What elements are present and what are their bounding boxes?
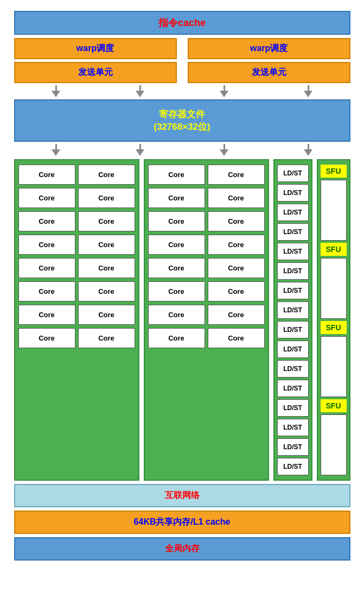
core-row: Core Core	[18, 328, 135, 348]
sfu-block-3: SFU	[321, 321, 347, 399]
core-cell: Core	[148, 281, 205, 301]
cores-area: Core Core Core Core Core Core Core Core …	[14, 159, 350, 481]
arrow3	[220, 85, 228, 97]
ldst-cell: LD/ST	[277, 165, 309, 182]
core-row: Core Core	[18, 281, 135, 301]
ldst-cell: LD/ST	[277, 458, 309, 475]
core-cell: Core	[78, 258, 135, 278]
core-row: Core Core	[18, 258, 135, 278]
core-row: Core Core	[148, 305, 265, 325]
shared-mem-bar: 64KB共享内存/L1 cache	[14, 511, 350, 534]
dispatch-row: 发送单元 发送单元	[14, 62, 350, 83]
core-group-1: Core Core Core Core Core Core Core Core …	[14, 159, 139, 481]
ldst-cell: LD/ST	[277, 282, 309, 299]
ldst-cell: LD/ST	[277, 301, 309, 319]
ldst-cell: LD/ST	[277, 321, 309, 338]
core-cell: Core	[18, 328, 75, 348]
core-cell: Core	[78, 328, 135, 348]
ldst-cell: LD/ST	[277, 184, 309, 202]
instr-cache-bar: 指令cache	[14, 11, 350, 35]
core-arrow2	[136, 144, 144, 156]
register-file-line1: 寄存器文件	[15, 108, 349, 121]
dispatch-right: 发送单元	[188, 62, 350, 83]
core-cell: Core	[18, 258, 75, 278]
core-cell: Core	[148, 328, 205, 348]
core-arrow4	[304, 144, 312, 156]
core-row: Core Core	[148, 281, 265, 301]
core-row: Core Core	[148, 235, 265, 255]
ldst-cell: LD/ST	[277, 262, 309, 280]
core-cell: Core	[208, 328, 265, 348]
core-cell: Core	[148, 211, 205, 231]
core-cell: Core	[148, 165, 205, 185]
core-row: Core Core	[148, 258, 265, 278]
core-cell: Core	[78, 165, 135, 185]
arrow2	[136, 85, 144, 97]
core-cell: Core	[148, 305, 205, 325]
core-cell: Core	[18, 165, 75, 185]
register-file-bar: 寄存器文件 (32768×32位)	[14, 99, 350, 142]
diagram-container: 指令cache warp调度 warp调度 发送单元 发送单元 寄存器文件 (3…	[14, 11, 350, 561]
core-cell: Core	[208, 258, 265, 278]
core-cell: Core	[78, 211, 135, 231]
core-cell: Core	[208, 305, 265, 325]
global-mem-bar: 全局内存	[14, 537, 350, 561]
core-cell: Core	[78, 235, 135, 255]
core-row: Core Core	[148, 211, 265, 231]
ldst-cell: LD/ST	[277, 360, 309, 377]
core-cell: Core	[148, 188, 205, 208]
core-cell: Core	[208, 235, 265, 255]
sfu-cell-1	[321, 180, 347, 241]
core-cell: Core	[208, 211, 265, 231]
sfu-label-4: SFU	[321, 399, 347, 412]
dispatch-left: 发送单元	[14, 62, 177, 83]
ldst-cell: LD/ST	[277, 438, 309, 456]
arrow4	[304, 85, 312, 97]
core-row: Core Core	[18, 305, 135, 325]
sfu-label-1: SFU	[321, 165, 347, 178]
ldst-group: LD/ST LD/ST LD/ST LD/ST LD/ST LD/ST LD/S…	[273, 159, 312, 481]
sfu-cell-3	[321, 336, 347, 397]
core-arrow3	[220, 144, 228, 156]
ldst-cell: LD/ST	[277, 341, 309, 358]
core-row: Core Core	[148, 328, 265, 348]
ldst-cell: LD/ST	[277, 419, 309, 436]
sfu-cell-4	[321, 414, 347, 475]
sfu-label-2: SFU	[321, 243, 347, 256]
sfu-cell-2	[321, 258, 347, 319]
ldst-cell: LD/ST	[277, 243, 309, 260]
core-cell: Core	[78, 281, 135, 301]
core-row: Core Core	[18, 188, 135, 208]
core-cell: Core	[208, 281, 265, 301]
ldst-cell: LD/ST	[277, 399, 309, 417]
register-file-line2: (32768×32位)	[15, 121, 349, 133]
core-row: Core Core	[148, 165, 265, 185]
arrows-to-cores	[14, 142, 350, 158]
core-row: Core Core	[18, 235, 135, 255]
core-cell: Core	[148, 258, 205, 278]
core-cell: Core	[18, 188, 75, 208]
sfu-group: SFU SFU SFU SFU	[317, 159, 350, 481]
arrow1	[52, 85, 60, 97]
core-row: Core Core	[148, 188, 265, 208]
interconnect-bar: 互联网络	[14, 484, 350, 507]
core-row: Core Core	[18, 211, 135, 231]
core-cell: Core	[18, 211, 75, 231]
core-cell: Core	[18, 305, 75, 325]
core-row: Core Core	[18, 165, 135, 185]
core-cell: Core	[18, 281, 75, 301]
warp-row: warp调度 warp调度	[14, 38, 350, 59]
sfu-label-3: SFU	[321, 321, 347, 334]
core-cell: Core	[78, 188, 135, 208]
core-cell: Core	[78, 305, 135, 325]
core-cell: Core	[208, 188, 265, 208]
ldst-cell: LD/ST	[277, 223, 309, 241]
core-arrow1	[52, 144, 60, 156]
core-cell: Core	[18, 235, 75, 255]
ldst-cell: LD/ST	[277, 380, 309, 397]
warp-right: warp调度	[188, 38, 350, 59]
core-group-2: Core Core Core Core Core Core Core Core …	[144, 159, 269, 481]
ldst-cell: LD/ST	[277, 204, 309, 221]
sfu-block-1: SFU	[321, 165, 347, 243]
sfu-block-2: SFU	[321, 243, 347, 321]
